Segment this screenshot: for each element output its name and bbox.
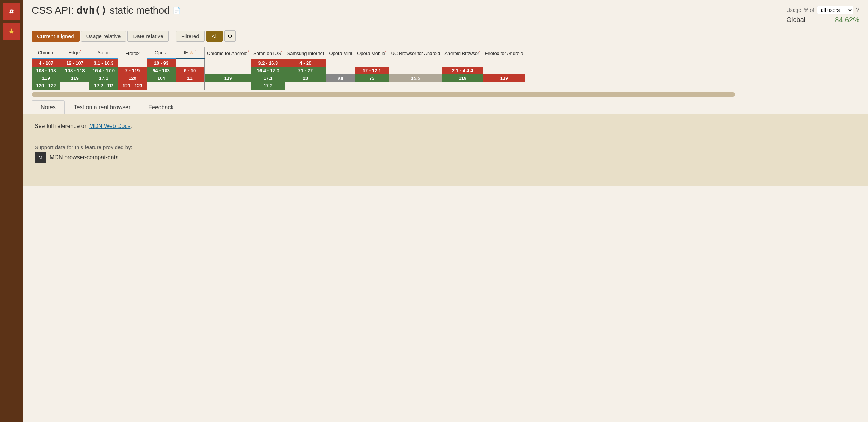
- compat-cell-chrome[interactable]: 119: [32, 74, 60, 82]
- tab-feedback[interactable]: Feedback: [139, 100, 182, 114]
- compat-cell-samsung[interactable]: 23: [285, 74, 326, 82]
- compat-cell-chrome-android[interactable]: [204, 82, 251, 90]
- compat-cell-opera-mobile[interactable]: [355, 82, 389, 90]
- col-android-browser: Android Browser*: [442, 47, 483, 59]
- col-edge: Edge*: [60, 47, 89, 59]
- compat-cell-android-browser[interactable]: [442, 82, 483, 90]
- compat-cell-uc-browser[interactable]: [389, 82, 443, 90]
- page-title: CSS API: dvh() static method 📄: [32, 4, 181, 16]
- bottom-tabs-section: Notes Test on a real browser Feedback Se…: [23, 100, 868, 186]
- compat-cell-chrome-android[interactable]: [204, 67, 251, 74]
- compat-cell-uc-browser[interactable]: 15.5: [389, 74, 443, 82]
- mdn-link[interactable]: MDN Web Docs: [89, 123, 130, 129]
- support-label: Support data for this feature provided b…: [35, 144, 856, 150]
- compat-cell-edge[interactable]: [60, 82, 89, 90]
- compat-cell-firefox[interactable]: 120: [118, 74, 147, 82]
- compat-cell-chrome[interactable]: 120 - 122: [32, 82, 60, 90]
- compat-cell-samsung[interactable]: [285, 82, 326, 90]
- usage-label: Usage: [787, 7, 801, 13]
- col-uc-browser: UC Browser for Android: [389, 47, 443, 59]
- compat-cell-chrome[interactable]: 4 - 107: [32, 59, 60, 67]
- doc-icon[interactable]: 📄: [173, 6, 181, 14]
- compat-cell-opera-mobile[interactable]: 73: [355, 74, 389, 82]
- compat-cell-opera[interactable]: 104: [147, 74, 176, 82]
- compat-cell-safari-ios[interactable]: 17.1: [251, 74, 285, 82]
- compat-cell-safari[interactable]: 3.1 - 16.3: [89, 59, 118, 67]
- compat-cell-ie[interactable]: [176, 82, 204, 90]
- pct-of-label: % of: [804, 7, 814, 13]
- compat-cell-safari-ios[interactable]: 17.2: [251, 82, 285, 90]
- col-ie: IE ⚠ *: [176, 47, 204, 59]
- compat-cell-opera-mini[interactable]: all: [326, 74, 355, 82]
- compat-cell-chrome-android[interactable]: [204, 59, 251, 67]
- compat-cell-android-browser[interactable]: 119: [442, 74, 483, 82]
- gear-icon: ⚙: [227, 33, 232, 40]
- compat-cell-edge[interactable]: 108 - 118: [60, 67, 89, 74]
- users-select[interactable]: all users: [817, 6, 853, 14]
- col-safari-ios: Safari on iOS*: [251, 47, 285, 59]
- compat-cell-opera[interactable]: 94 - 103: [147, 67, 176, 74]
- col-opera-mini: Opera Mini: [326, 47, 355, 59]
- scrollbar-area[interactable]: [23, 92, 868, 97]
- compat-cell-ie[interactable]: 11: [176, 74, 204, 82]
- compat-cell-chrome-android[interactable]: 119: [204, 74, 251, 82]
- horizontal-scrollbar[interactable]: [32, 92, 735, 97]
- compat-cell-opera[interactable]: [147, 82, 176, 90]
- compat-cell-opera-mini[interactable]: [326, 82, 355, 90]
- compat-cell-ie[interactable]: [176, 59, 204, 67]
- compat-cell-uc-browser[interactable]: [389, 59, 443, 67]
- compat-cell-edge[interactable]: 119: [60, 74, 89, 82]
- tab-current-aligned[interactable]: Current aligned: [32, 31, 80, 42]
- compat-cell-samsung[interactable]: 21 - 22: [285, 67, 326, 74]
- tab-usage-relative[interactable]: Usage relative: [81, 31, 126, 42]
- settings-button[interactable]: ⚙: [224, 30, 236, 42]
- tab-filtered[interactable]: Filtered: [176, 31, 205, 42]
- header-left: CSS API: dvh() static method 📄: [32, 4, 181, 16]
- usage-row: Usage % of all users ?: [787, 6, 859, 14]
- star-icon[interactable]: ★: [3, 23, 20, 40]
- help-icon[interactable]: ?: [856, 7, 859, 13]
- table-row: 120 - 12217.2 - TP121 - 12317.2: [32, 82, 525, 90]
- tab-all[interactable]: All: [206, 31, 223, 42]
- compat-cell-android-browser[interactable]: 2.1 - 4.4.4: [442, 67, 483, 74]
- mdn-period: .: [130, 123, 132, 129]
- compat-cell-safari[interactable]: 16.4 - 17.0: [89, 67, 118, 74]
- compat-cell-safari[interactable]: 17.2 - TP: [89, 82, 118, 90]
- compat-cell-opera-mobile[interactable]: [355, 59, 389, 67]
- compat-cell-safari[interactable]: 17.1: [89, 74, 118, 82]
- bottom-tab-bar: Notes Test on a real browser Feedback: [23, 100, 868, 114]
- compat-cell-firefox-android[interactable]: [483, 59, 525, 67]
- compat-cell-android-browser[interactable]: [442, 59, 483, 67]
- tab-date-relative[interactable]: Date relative: [127, 31, 168, 42]
- compat-cell-opera-mini[interactable]: [326, 59, 355, 67]
- col-opera-mobile: Opera Mobile*: [355, 47, 389, 59]
- compat-cell-safari-ios[interactable]: 3.2 - 16.3: [251, 59, 285, 67]
- tab-test-browser[interactable]: Test on a real browser: [65, 100, 139, 114]
- tab-notes[interactable]: Notes: [32, 100, 65, 114]
- compat-cell-opera-mobile[interactable]: 12 - 12.1: [355, 67, 389, 74]
- global-label: Global: [787, 16, 805, 24]
- compat-cell-opera-mini[interactable]: [326, 67, 355, 74]
- col-opera: Opera: [147, 47, 176, 59]
- column-headers: Chrome Edge* Safari Firefox Opera IE ⚠ *…: [32, 47, 525, 59]
- sidebar: # ★: [0, 0, 23, 422]
- title-prefix: CSS API:: [32, 5, 74, 16]
- compat-cell-firefox[interactable]: [118, 59, 147, 67]
- compat-cell-ie[interactable]: 6 - 10: [176, 67, 204, 74]
- compat-rows: 4 - 10712 - 1073.1 - 16.310 - 933.2 - 16…: [32, 59, 525, 90]
- compat-cell-firefox-android[interactable]: [483, 67, 525, 74]
- compat-cell-opera[interactable]: 10 - 93: [147, 59, 176, 67]
- compat-cell-uc-browser[interactable]: [389, 67, 443, 74]
- compat-cell-firefox[interactable]: 121 - 123: [118, 82, 147, 90]
- compat-cell-samsung[interactable]: 4 - 20: [285, 59, 326, 67]
- compat-cell-firefox[interactable]: 2 - 119: [118, 67, 147, 74]
- title-code: dvh(): [77, 4, 107, 16]
- title-suffix: static method: [110, 5, 170, 16]
- compat-cell-firefox-android[interactable]: 119: [483, 74, 525, 82]
- compat-cell-firefox-android[interactable]: [483, 82, 525, 90]
- hash-icon[interactable]: #: [3, 3, 20, 20]
- compat-cell-chrome[interactable]: 108 - 118: [32, 67, 60, 74]
- main-content: CSS API: dvh() static method 📄 Usage % o…: [23, 0, 868, 186]
- compat-cell-safari-ios[interactable]: 16.4 - 17.0: [251, 67, 285, 74]
- compat-cell-edge[interactable]: 12 - 107: [60, 59, 89, 67]
